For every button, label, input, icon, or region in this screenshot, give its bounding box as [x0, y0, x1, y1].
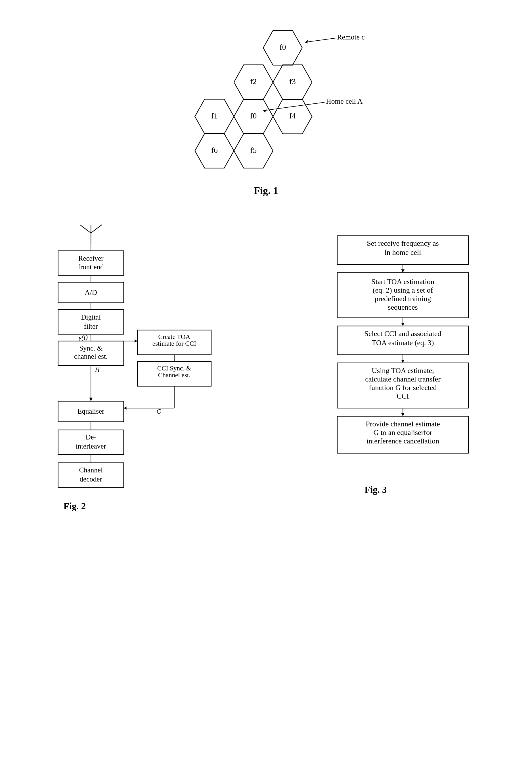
hex-label-f0-home: f0	[250, 111, 257, 120]
text-ad: A/D	[85, 288, 97, 296]
text-deint-1: De-	[85, 433, 96, 441]
page: f0 f2 f3 f1 f0 f4 f6 f5	[0, 0, 532, 769]
fig2-svg: Receiver front end A/D Digital filter	[30, 219, 229, 589]
label-g: G	[156, 408, 161, 415]
figures-row: Receiver front end A/D Digital filter	[23, 219, 509, 589]
text-starttoa-2: (eq. 2) using a set of	[373, 286, 433, 294]
text-cci-2: Channel est.	[158, 371, 190, 379]
fig2-container: Receiver front end A/D Digital filter	[23, 219, 236, 589]
fig3-svg: Set receive frequency as in home cell St…	[306, 219, 499, 589]
hex-label-f3: f3	[289, 77, 296, 86]
arrowhead-yt	[135, 339, 137, 343]
arrow-f3-4	[401, 413, 405, 417]
text-toa-2: estimate for CCI	[152, 340, 196, 347]
text-selcci-1: Select CCI and associated	[365, 329, 441, 338]
hex-label-f0-top: f0	[279, 43, 286, 51]
hex-label-f1: f1	[211, 111, 218, 120]
text-digital-2: filter	[84, 322, 98, 330]
arrow-f3-1	[401, 269, 405, 273]
text-sync-1: Sync. &	[79, 344, 102, 352]
arrowhead-eq	[89, 398, 93, 402]
text-receiver-1: Receiver	[78, 254, 104, 262]
text-cci-1: CCI Sync. &	[157, 364, 191, 372]
hex-label-f6: f6	[211, 146, 218, 154]
text-digital-1: Digital	[81, 313, 101, 321]
text-setfreq-2: in home cell	[385, 248, 421, 256]
fig3-container: Set receive frequency as in home cell St…	[296, 219, 509, 589]
text-provch-3: interference cancellation	[366, 437, 439, 445]
fig3-title: Fig. 3	[365, 485, 387, 495]
text-chandec-1: Channel	[79, 466, 102, 474]
fig1-title: Fig. 1	[254, 185, 278, 196]
hex-label-f4: f4	[289, 111, 296, 120]
label-home-a: Home cell A	[326, 97, 363, 105]
text-usingtoa-4: CCI	[397, 392, 409, 400]
text-toa-1: Create TOA	[158, 333, 190, 340]
arrowhead-g	[124, 407, 127, 410]
arrow-remote-b	[305, 38, 336, 42]
text-sync-2: channel est.	[74, 352, 108, 360]
text-usingtoa-1: Using TOA estimate,	[372, 366, 434, 375]
arrow-home-a	[263, 102, 324, 110]
text-provch-1: Provide channel estimate	[366, 420, 440, 428]
arrow-f3-3	[401, 359, 405, 363]
text-setfreq-1: Set receive frequency as	[367, 239, 439, 247]
arrow-f3-2	[401, 323, 405, 326]
text-usingtoa-3: function G for selected	[369, 383, 437, 392]
label-yt: y(t)	[78, 334, 88, 341]
label-remote-b: Remote cell B	[337, 33, 365, 41]
text-deint-2: interleaver	[76, 442, 106, 450]
arrowhead-home-a	[263, 109, 267, 112]
text-starttoa-3: predefined training	[375, 294, 431, 303]
arrowhead-remote-b	[305, 40, 308, 44]
hex-label-f2: f2	[250, 77, 257, 86]
text-receiver-2: front end	[78, 263, 104, 271]
text-selcci-2: TOA estimate (eq. 3)	[372, 338, 434, 347]
text-usingtoa-2: calculate channel transfer	[365, 375, 441, 383]
fig1-container: f0 f2 f3 f1 f0 f4 f6 f5	[23, 23, 509, 196]
text-starttoa-4: sequences	[388, 303, 418, 311]
text-equaliser: Equaliser	[78, 408, 104, 415]
text-provch-2: G to an equaliserfor	[373, 429, 432, 437]
hex-label-f5: f5	[250, 146, 257, 154]
text-chandec-2: decoder	[80, 475, 102, 483]
fig1-diagram: f0 f2 f3 f1 f0 f4 f6 f5	[167, 23, 365, 182]
label-h: H	[95, 366, 100, 373]
antenna-right	[91, 225, 102, 233]
text-starttoa-1: Start TOA estimation	[371, 277, 434, 286]
antenna-left	[80, 225, 91, 233]
fig2-title: Fig. 2	[64, 501, 86, 511]
